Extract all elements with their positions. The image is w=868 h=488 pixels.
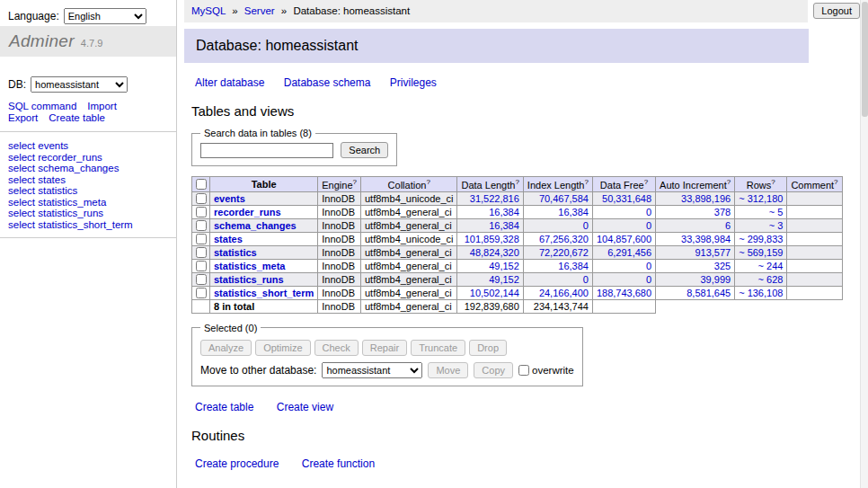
help-link[interactable]: ?	[426, 178, 430, 186]
data-free-link[interactable]: 188,743,680	[597, 288, 651, 298]
create-view-link[interactable]: Create view	[277, 401, 333, 413]
data-length-link[interactable]: 49,152	[489, 261, 519, 271]
sql-command-link[interactable]: SQL command	[8, 101, 76, 111]
bulk-action-button[interactable]: Analyze	[200, 340, 252, 356]
bulk-action-button[interactable]: Optimize	[255, 340, 310, 356]
search-button[interactable]: Search	[341, 142, 388, 158]
auto-increment-link[interactable]: 6	[725, 220, 731, 231]
rows-count-link[interactable]: ~ 312,180	[739, 193, 783, 204]
bulk-action-button[interactable]: Drop	[469, 340, 507, 356]
data-length-link[interactable]: 49,152	[489, 274, 519, 285]
index-length-link[interactable]: 16,384	[558, 261, 589, 271]
sidebar-table-select-link[interactable]: select statistics_short_term	[8, 219, 176, 231]
privileges-link[interactable]: Privileges	[390, 76, 437, 89]
copy-button[interactable]: Copy	[474, 362, 513, 378]
create-procedure-link[interactable]: Create procedure	[195, 457, 279, 470]
row-select-checkbox[interactable]	[196, 193, 207, 204]
database-schema-link[interactable]: Database schema	[284, 76, 371, 89]
bulk-action-button[interactable]: Check	[314, 340, 359, 356]
move-db-select[interactable]: homeassistant	[322, 362, 422, 378]
data-free-link[interactable]: 0	[646, 207, 651, 217]
auto-increment-link[interactable]: 325	[714, 261, 731, 271]
sidebar-table-select-link[interactable]: select events	[8, 140, 176, 152]
import-link[interactable]: Import	[87, 101, 117, 111]
data-length-link[interactable]: 10,502,144	[470, 288, 519, 298]
data-length-link[interactable]: 16,384	[489, 220, 519, 231]
rows-count-link[interactable]: ~ 136,108	[739, 288, 783, 298]
row-select-checkbox[interactable]	[196, 207, 207, 217]
data-free-link[interactable]: 6,291,456	[607, 247, 651, 258]
rows-count-link[interactable]: ~ 3	[769, 220, 784, 231]
help-link[interactable]: ?	[644, 178, 648, 186]
overwrite-checkbox[interactable]	[518, 365, 529, 376]
bulk-action-button[interactable]: Repair	[362, 340, 407, 356]
index-length-link[interactable]: 16,384	[558, 207, 589, 217]
rows-count-link[interactable]: ~ 628	[758, 274, 784, 285]
row-select-checkbox[interactable]	[196, 247, 207, 258]
index-length-link[interactable]: 67,256,320	[539, 234, 589, 244]
logout-button[interactable]: Logout	[813, 3, 860, 19]
export-link[interactable]: Export	[8, 112, 38, 123]
table-name-link[interactable]: recorder_runs	[214, 207, 281, 217]
table-name-link[interactable]: statistics_short_term	[214, 288, 314, 298]
sidebar-table-select-link[interactable]: select states	[8, 174, 176, 186]
data-free-link[interactable]: 0	[646, 220, 651, 231]
bulk-action-button[interactable]: Truncate	[411, 340, 465, 356]
row-select-checkbox[interactable]	[196, 261, 207, 271]
index-length-link[interactable]: 0	[583, 274, 589, 285]
help-link[interactable]: ?	[727, 178, 731, 186]
scrollbar-thumb[interactable]	[862, 2, 868, 117]
sidebar-table-select-link[interactable]: select schema_changes	[8, 163, 176, 174]
auto-increment-link[interactable]: 913,577	[695, 247, 731, 258]
move-button[interactable]: Move	[428, 362, 468, 378]
index-length-link[interactable]: 0	[583, 220, 589, 231]
rows-count-link[interactable]: ~ 299,833	[739, 234, 783, 244]
auto-increment-link[interactable]: 378	[714, 207, 731, 217]
rows-count-link[interactable]: ~ 569,159	[739, 247, 783, 258]
help-link[interactable]: ?	[353, 178, 357, 186]
auto-increment-link[interactable]: 8,581,645	[686, 288, 731, 298]
auto-increment-link[interactable]: 39,999	[701, 274, 731, 285]
sidebar-table-select-link[interactable]: select statistics_runs	[8, 208, 176, 219]
help-link[interactable]: ?	[771, 178, 775, 186]
data-length-link[interactable]: 48,824,320	[470, 247, 519, 258]
row-select-checkbox[interactable]	[196, 220, 207, 231]
data-length-link[interactable]: 16,384	[489, 207, 519, 217]
index-length-link[interactable]: 24,166,400	[539, 288, 589, 298]
table-name-link[interactable]: statistics_runs	[214, 274, 284, 285]
table-name-link[interactable]: statistics	[214, 247, 257, 258]
alter-database-link[interactable]: Alter database	[195, 76, 264, 89]
row-select-checkbox[interactable]	[196, 288, 207, 298]
auto-increment-link[interactable]: 33,898,196	[681, 193, 731, 204]
search-input[interactable]	[200, 143, 333, 158]
table-name-link[interactable]: schema_changes	[214, 220, 297, 231]
auto-increment-link[interactable]: 33,398,984	[681, 234, 731, 244]
data-free-link[interactable]: 50,331,648	[602, 193, 651, 204]
row-select-checkbox[interactable]	[196, 234, 207, 244]
create-function-link[interactable]: Create function	[302, 457, 375, 470]
sidebar-table-select-link[interactable]: select statistics	[8, 185, 176, 197]
breadcrumb-server-link[interactable]: Server	[244, 5, 275, 16]
rows-count-link[interactable]: ~ 244	[758, 261, 784, 271]
help-link[interactable]: ?	[584, 178, 588, 186]
table-name-link[interactable]: statistics_meta	[214, 261, 286, 271]
data-length-link[interactable]: 31,522,816	[470, 193, 519, 204]
sidebar-table-select-link[interactable]: select recorder_runs	[8, 152, 176, 164]
data-free-link[interactable]: 0	[646, 274, 651, 285]
breadcrumb-mysql-link[interactable]: MySQL	[191, 5, 226, 16]
help-link[interactable]: ?	[834, 178, 837, 186]
data-length-link[interactable]: 101,859,328	[465, 234, 519, 244]
language-select[interactable]: English	[64, 8, 146, 24]
page-scrollbar[interactable]	[860, 0, 868, 488]
rows-count-link[interactable]: ~ 5	[769, 207, 784, 217]
row-select-checkbox[interactable]	[196, 274, 207, 285]
adminer-logo[interactable]: Adminer	[9, 31, 75, 51]
db-select[interactable]: homeassistant	[31, 76, 128, 93]
select-all-checkbox[interactable]	[196, 179, 207, 190]
index-length-link[interactable]: 72,220,672	[539, 247, 589, 258]
sidebar-table-select-link[interactable]: select statistics_meta	[8, 197, 176, 209]
help-link[interactable]: ?	[515, 178, 518, 186]
data-free-link[interactable]: 0	[646, 261, 651, 271]
create-table-sidebar-link[interactable]: Create table	[49, 112, 105, 123]
create-table-link[interactable]: Create table	[195, 401, 253, 413]
